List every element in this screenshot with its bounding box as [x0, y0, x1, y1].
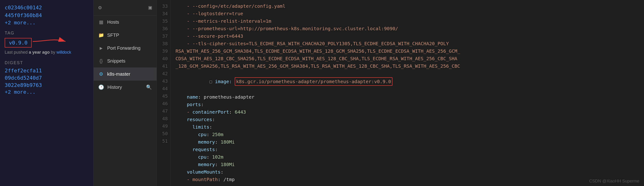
- digest-3[interactable]: 3022e89b9763: [5, 82, 89, 88]
- link-445f[interactable]: 445f0f360b84: [5, 13, 89, 18]
- ln-43: 43: [157, 77, 168, 85]
- search-icon[interactable]: 🔍: [146, 84, 152, 90]
- digest-2[interactable]: 09dc6d5240d7: [5, 75, 89, 81]
- ln-49: 49: [157, 122, 168, 130]
- snippets-label: Snippets: [107, 58, 126, 64]
- ln-37: 37: [157, 32, 168, 40]
- ln-47: 47: [157, 107, 168, 115]
- more-link-top[interactable]: +2 more...: [5, 20, 36, 26]
- history-label: History: [108, 85, 122, 90]
- more-link-digest[interactable]: +2 more...: [5, 89, 36, 95]
- sidebar: ⚙ ▣ ▦ Hosts 📁 SFTP ▶ Port Forwarding {} …: [94, 0, 157, 186]
- port-forwarding-icon: ▶: [98, 46, 104, 50]
- digest-links-top: c02346c00142 445f0f360b84 +2 more...: [5, 5, 89, 26]
- code-line-49: memory: 180Mi: [176, 161, 639, 168]
- code-line-47: requests:: [176, 146, 639, 153]
- sidebar-item-k8s-master[interactable]: ⚙ k8s-master: [94, 68, 156, 81]
- sftp-label: SFTP: [107, 33, 119, 38]
- sidebar-item-sftp[interactable]: 📁 SFTP: [94, 29, 156, 42]
- image-highlight: k8s.gcr.io/prometheus-adapter/prometheus…: [235, 77, 392, 86]
- port-forwarding-label: Port Forwarding: [107, 46, 140, 51]
- ln-46: 46: [157, 100, 168, 107]
- digest-1[interactable]: 2ffef2ecfa11: [5, 68, 89, 74]
- k8s-master-label: k8s-master: [107, 71, 130, 77]
- terminal-icon[interactable]: ▣: [148, 4, 152, 11]
- pushed-info: Last pushed a year ago by willdock: [5, 50, 89, 55]
- user-link[interactable]: willdock: [56, 50, 71, 55]
- ln-51: 51: [157, 137, 168, 145]
- code-content: 33 34 35 36 37 38 39 40 41 42 43 44 45 4…: [157, 0, 644, 186]
- digest-links: 2ffef2ecfa11 09dc6d5240d7 3022e89b9763 +…: [5, 68, 89, 95]
- code-line-37: - --secure-port=6443: [176, 32, 639, 40]
- code-line-46: memory: 180Mi: [176, 138, 639, 146]
- code-line-48: cpu: 102m: [176, 153, 639, 161]
- snippets-icon: {}: [98, 58, 104, 64]
- ln-42: 42: [157, 70, 168, 77]
- code-line-38d: _128_GCM_SHA256,TLS_RSA_WITH_AES_256_GCM…: [176, 62, 639, 70]
- ln-38a: 38: [157, 40, 168, 47]
- k8s-master-icon: ⚙: [98, 71, 104, 77]
- ln-34: 34: [157, 10, 168, 17]
- left-panel: c02346c00142 445f0f360b84 +2 more... TAG…: [0, 0, 94, 186]
- code-line-35: - --metrics-relist-interval=1m: [176, 17, 639, 25]
- code-line-43: resources:: [176, 116, 639, 123]
- code-line-45: cpu: 250m: [176, 131, 639, 138]
- ln-39: 39: [157, 47, 168, 55]
- sidebar-item-snippets[interactable]: {} Snippets: [94, 55, 156, 68]
- gear-icon[interactable]: ⚙: [98, 4, 102, 11]
- ln-48: 48: [157, 115, 168, 122]
- ln-35: 35: [157, 17, 168, 25]
- watermark: CSDN @XiaoHH Superme: [589, 179, 639, 184]
- tag-section: TAG v0.9.0 Last pushed a year ago by wil…: [5, 31, 89, 55]
- ln-45: 45: [157, 92, 168, 100]
- code-line-39: ▢ image: k8s.gcr.io/prometheus-adapter/p…: [176, 70, 639, 93]
- sidebar-item-port-forwarding[interactable]: ▶ Port Forwarding: [94, 42, 156, 55]
- ln-50: 50: [157, 130, 168, 137]
- code-line-38c: CDSA_WITH_AES_128_CBC_SHA256,TLS_ECDHE_E…: [176, 55, 639, 62]
- sftp-icon: 📁: [98, 32, 104, 38]
- sidebar-item-hosts[interactable]: ▦ Hosts: [94, 16, 156, 29]
- code-line-38a: - --tls-cipher-suites=TLS_ECDHE_RSA_WITH…: [176, 40, 639, 47]
- digest-label: DIGEST: [5, 60, 89, 65]
- code-line-44: limits:: [176, 123, 639, 131]
- code-line-41: ports:: [176, 101, 639, 108]
- code-line-38b: RSA_WITH_AES_256_GCM_SHA384,TLS_ECDHE_EC…: [176, 47, 639, 55]
- hosts-icon: ▦: [98, 19, 104, 25]
- ln-33: 33: [157, 2, 168, 10]
- code-line-51: - mountPath: /tmp: [176, 176, 639, 183]
- code-lines: - --config=/etc/adapter/config.yaml - --…: [171, 0, 644, 186]
- ln-41: 41: [157, 62, 168, 70]
- arrow-icon: [30, 36, 68, 47]
- tag-label: TAG: [5, 31, 89, 36]
- history-left: 🕐 History: [98, 84, 122, 90]
- code-panel: 33 34 35 36 37 38 39 40 41 42 43 44 45 4…: [157, 0, 644, 186]
- code-line-50: volumeMounts:: [176, 168, 639, 176]
- ln-44: 44: [157, 85, 168, 92]
- sidebar-header: ⚙ ▣: [94, 0, 156, 16]
- code-line-42: - containerPort: 6443: [176, 108, 639, 116]
- code-line-36: - --prometheus-url=http://prometheus-k8s…: [176, 25, 639, 32]
- ln-40: 40: [157, 55, 168, 62]
- hosts-label: Hosts: [107, 20, 119, 25]
- link-c023[interactable]: c02346c00142: [5, 5, 89, 11]
- digest-section: DIGEST 2ffef2ecfa11 09dc6d5240d7 3022e89…: [5, 60, 89, 95]
- history-icon: 🕐: [98, 84, 104, 90]
- sidebar-item-history[interactable]: 🕐 History 🔍: [94, 81, 156, 94]
- code-line-40: name: prometheus-adapter: [176, 93, 639, 101]
- ln-36: 36: [157, 25, 168, 32]
- code-line-34: - --logtostderr=true: [176, 10, 639, 17]
- code-line-33: - --config=/etc/adapter/config.yaml: [176, 2, 639, 10]
- tag-value[interactable]: v0.9.0: [5, 38, 32, 48]
- line-numbers: 33 34 35 36 37 38 39 40 41 42 43 44 45 4…: [157, 0, 171, 186]
